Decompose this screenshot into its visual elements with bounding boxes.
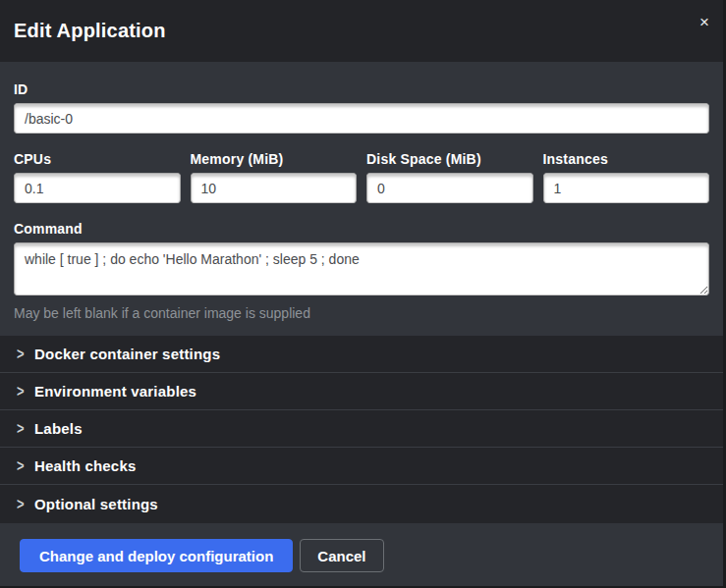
modal-title: Edit Application	[14, 20, 166, 42]
memory-input[interactable]	[191, 173, 358, 203]
section-label: Health checks	[34, 457, 136, 474]
section-optional-settings[interactable]: > Optional settings	[0, 485, 723, 523]
section-label: Labels	[34, 420, 83, 437]
instances-input[interactable]	[543, 173, 710, 203]
command-field-group: Command while [ true ] ; do echo 'Hello …	[14, 221, 709, 321]
cpus-input[interactable]	[14, 173, 181, 203]
close-icon[interactable]: ×	[699, 14, 709, 30]
section-label: Environment variables	[34, 383, 196, 400]
section-environment-variables[interactable]: > Environment variables	[0, 373, 723, 410]
disk-label: Disk Space (MiB)	[366, 151, 533, 167]
section-labels[interactable]: > Labels	[0, 410, 723, 448]
disk-input[interactable]	[366, 173, 533, 203]
resources-row: CPUs Memory (MiB) Disk Space (MiB) Insta…	[14, 151, 709, 203]
chevron-right-icon: >	[17, 345, 34, 363]
section-health-checks[interactable]: > Health checks	[0, 448, 723, 485]
change-and-deploy-button[interactable]: Change and deploy configuration	[20, 539, 293, 572]
chevron-right-icon: >	[17, 382, 34, 401]
id-input[interactable]	[14, 103, 709, 134]
id-field-group: ID	[14, 81, 709, 134]
command-label: Command	[14, 221, 709, 237]
memory-field-group: Memory (MiB)	[191, 151, 358, 203]
cpus-field-group: CPUs	[14, 151, 181, 203]
command-textarea[interactable]: while [ true ] ; do echo 'Hello Marathon…	[14, 242, 709, 295]
command-help-text: May be left blank if a container image i…	[14, 305, 709, 321]
accordion: > Docker container settings > Environmen…	[0, 336, 723, 523]
instances-label: Instances	[543, 151, 710, 167]
section-docker-container-settings[interactable]: > Docker container settings	[0, 336, 723, 373]
chevron-right-icon: >	[17, 495, 34, 513]
modal-header: Edit Application ×	[0, 0, 723, 62]
id-label: ID	[14, 81, 709, 97]
section-label: Optional settings	[34, 496, 158, 512]
memory-label: Memory (MiB)	[191, 151, 358, 167]
disk-field-group: Disk Space (MiB)	[366, 151, 533, 203]
section-label: Docker container settings	[34, 346, 220, 362]
modal-body: ID CPUs Memory (MiB) Disk Space (MiB) In…	[0, 62, 723, 523]
modal-footer: Change and deploy configuration Cancel	[0, 523, 723, 588]
edit-application-modal: Edit Application × ID CPUs Memory (MiB) …	[0, 0, 723, 586]
cpus-label: CPUs	[14, 151, 181, 167]
cancel-button[interactable]: Cancel	[300, 539, 383, 572]
chevron-right-icon: >	[17, 419, 34, 438]
chevron-right-icon: >	[17, 456, 34, 475]
instances-field-group: Instances	[543, 151, 710, 203]
